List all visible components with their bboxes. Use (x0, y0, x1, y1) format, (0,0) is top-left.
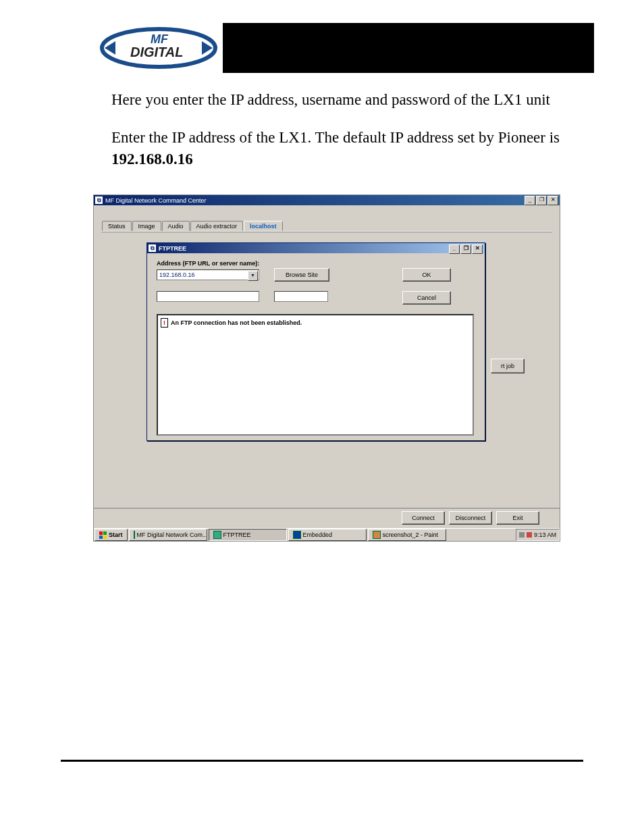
logo: MF DIGITAL (95, 20, 223, 76)
taskbar-item-mfdigital[interactable]: MF Digital Network Com... (129, 529, 207, 541)
system-tray[interactable]: 9:13 AM (516, 529, 560, 541)
dialog-maximize-button[interactable]: ❐ (460, 244, 471, 254)
tree-status-item: ! An FTP connection has not been establi… (161, 318, 470, 328)
address-dropdown-icon[interactable]: ▼ (248, 271, 258, 281)
bottom-button-bar: Connect Disconnect Exit (94, 508, 560, 527)
dialog-titlebar[interactable]: ⧉ FTPTREE _ ❐ ✕ (147, 243, 485, 253)
start-label: Start (109, 531, 123, 538)
app-title: MF Digital Network Command Center (105, 197, 207, 204)
taskbar-item-paint[interactable]: screenshot_2 - Paint (368, 529, 446, 541)
dialog-icon: ⧉ (149, 244, 156, 252)
dialog-title: FTPTREE (159, 245, 186, 252)
tab-status[interactable]: Status (102, 221, 132, 231)
password-input[interactable] (274, 291, 328, 302)
restore-button[interactable]: ❐ (536, 196, 547, 205)
disconnect-button[interactable]: Disconnect (449, 511, 492, 525)
app-window: ⧉ MF Digital Network Command Center _ ❐ … (93, 194, 560, 542)
cancel-button[interactable]: Cancel (402, 291, 451, 305)
taskbar-item-ftptree[interactable]: FTPTREE (209, 529, 287, 541)
tab-strip: Status Image Audio Audio extractor local… (102, 221, 284, 231)
taskbar: Start MF Digital Network Com... FTPTREE … (94, 528, 560, 541)
footer-separator (61, 760, 583, 762)
paragraph-2-pre: Enter the IP address of the LX1. The def… (111, 129, 560, 146)
logo-text-top: MF (151, 32, 169, 46)
tree-status-text: An FTP connection has not been establish… (171, 319, 302, 326)
warning-icon: ! (161, 318, 168, 328)
tab-audio[interactable]: Audio (162, 221, 190, 231)
dialog-body: Address (FTP URL or server name): 192.16… (147, 253, 485, 440)
dialog-minimize-button[interactable]: _ (449, 244, 460, 254)
close-button[interactable]: ✕ (547, 196, 558, 205)
address-value: 192.168.0.16 (159, 271, 195, 278)
minimize-button[interactable]: _ (525, 196, 535, 205)
connect-button[interactable]: Connect (402, 511, 445, 525)
paragraph-2: Enter the IP address of the LX1. The def… (111, 127, 570, 170)
dialog-close-button[interactable]: ✕ (472, 244, 483, 254)
app-window-controls: _ ❐ ✕ (524, 196, 558, 205)
task-icon (373, 531, 381, 539)
app-titlebar[interactable]: ⧉ MF Digital Network Command Center _ ❐ … (94, 195, 560, 205)
document-content: Here you enter the IP address, username … (111, 89, 570, 186)
dialog-window-controls: _ ❐ ✕ (448, 244, 483, 254)
tab-localhost[interactable]: localhost (244, 221, 283, 231)
tray-icon (519, 532, 525, 538)
default-ip: 192.168.0.16 (111, 151, 193, 167)
paragraph-1: Here you enter the IP address, username … (111, 89, 570, 111)
address-label: Address (FTP URL or server name): (157, 260, 259, 267)
windows-flag-icon (99, 531, 107, 539)
tab-image[interactable]: Image (132, 221, 161, 231)
task-icon (213, 531, 221, 539)
tab-underline (101, 231, 552, 232)
ftptree-dialog: ⧉ FTPTREE _ ❐ ✕ Address (FTP URL or serv… (146, 242, 485, 441)
start-button[interactable]: Start (95, 529, 128, 541)
clock: 9:13 AM (534, 531, 556, 538)
username-input[interactable] (157, 291, 259, 302)
task-icon (134, 531, 135, 539)
logo-text-bottom: DIGITAL (130, 45, 184, 59)
ok-button[interactable]: OK (402, 268, 451, 282)
tray-icon (527, 532, 532, 538)
taskbar-item-embedded[interactable]: Embedded (288, 529, 367, 541)
browse-site-button[interactable]: Browse Site (274, 268, 329, 282)
task-icon (293, 531, 301, 539)
ftp-tree[interactable]: ! An FTP connection has not been establi… (157, 314, 474, 436)
partial-job-button[interactable]: rt job (491, 359, 525, 373)
app-icon: ⧉ (95, 197, 103, 204)
exit-button[interactable]: Exit (496, 511, 539, 525)
address-input[interactable]: 192.168.0.16 ▼ (157, 269, 259, 280)
tab-audio-extractor[interactable]: Audio extractor (190, 221, 244, 231)
